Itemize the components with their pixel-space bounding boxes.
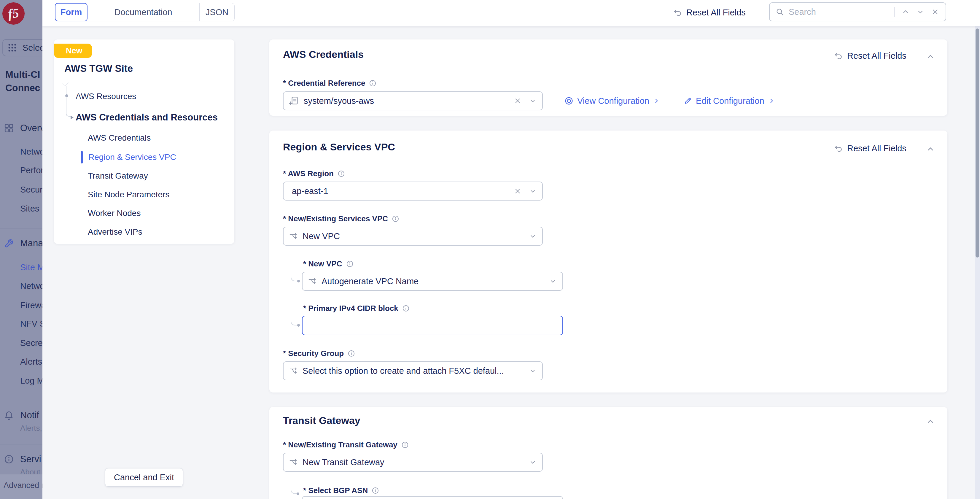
tree-bullet [65, 94, 68, 97]
collapse-section-icon[interactable] [926, 52, 935, 61]
info-icon[interactable] [337, 170, 345, 178]
chevron-down-icon[interactable] [549, 278, 557, 285]
connector-dot [297, 493, 299, 495]
section-reset-button[interactable]: Reset All Fields [834, 51, 907, 61]
info-icon[interactable] [346, 260, 354, 268]
chevron-right-icon [653, 97, 660, 104]
field-label-row: * AWS Region [283, 169, 345, 179]
aws-region-value: ap-east-1 [292, 186, 514, 196]
one-of-icon [289, 367, 298, 375]
sidebar-item-site-management: Site M [20, 262, 42, 273]
info-icon [3, 454, 14, 465]
sidebar-item-alerts: Alerts [20, 357, 42, 367]
sidebar-footer: Advanced n [0, 474, 42, 499]
f5-logo: f5 [2, 2, 25, 25]
tree-item-site-node-parameters[interactable]: Site Node Parameters [88, 190, 169, 200]
bell-icon [3, 410, 14, 421]
overview-icon [3, 123, 14, 134]
section-title: Region & Services VPC [283, 141, 395, 153]
search-next-icon[interactable] [916, 8, 924, 16]
security-group-label: * Security Group [283, 349, 344, 358]
view-configuration-label: View Configuration [577, 96, 649, 106]
undo-icon [673, 8, 682, 17]
one-of-icon [289, 458, 298, 467]
section-reset-button[interactable]: Reset All Fields [834, 143, 907, 153]
tree-item-aws-credentials[interactable]: AWS Credentials [88, 133, 151, 143]
field-label-row: * Credential Reference [283, 78, 377, 88]
service-heading-line1: Multi-Cl [5, 69, 40, 80]
chevron-down-icon[interactable] [529, 97, 536, 104]
info-icon[interactable] [369, 79, 377, 87]
sidebar-item-networking: Netwo [20, 281, 42, 291]
clear-x-icon[interactable] [514, 97, 522, 105]
chevron-down-icon[interactable] [529, 233, 536, 240]
sidebar-item-performance: Perfor [20, 165, 42, 175]
new-vpc-label: * New VPC [303, 259, 342, 268]
info-icon[interactable] [347, 349, 355, 357]
chevron-down-icon[interactable] [529, 459, 536, 466]
tree-item-advertise-vips[interactable]: Advertise VIPs [88, 227, 142, 237]
search-icon [776, 8, 784, 16]
services-vpc-value: New VPC [302, 231, 529, 241]
nested-connector [291, 246, 298, 325]
info-icon[interactable] [401, 441, 409, 449]
search-close-icon[interactable] [931, 8, 939, 16]
modal-topbar: Form Documentation JSON Reset All Fields [42, 0, 980, 26]
new-vpc-select[interactable]: Autogenerate VPC Name [302, 272, 563, 291]
tree-item-aws-resources[interactable]: AWS Resources [76, 91, 136, 102]
clear-x-icon[interactable] [514, 187, 522, 195]
credential-reference-label: * Credential Reference [283, 79, 365, 88]
services-vpc-select[interactable]: New VPC [283, 226, 543, 246]
sidebar-item-secrets: Secre [20, 338, 42, 348]
bgp-asn-select[interactable] [302, 496, 563, 499]
tab-form[interactable]: Form [55, 3, 88, 21]
tree-item-region-services-vpc[interactable]: Region & Services VPC [88, 152, 176, 162]
sidebar-item-notifications: Notif [20, 410, 39, 421]
sidebar-item-firewall: Firewa [20, 300, 42, 310]
sidebar-item-service-info: Servi [20, 454, 41, 465]
sidebar-divider [0, 444, 42, 445]
tab-documentation[interactable]: Documentation [87, 3, 199, 21]
connector-dot [297, 324, 300, 327]
section-reset-label: Reset All Fields [847, 143, 907, 153]
aws-region-select[interactable]: ap-east-1 [283, 182, 543, 201]
undo-icon [834, 144, 843, 153]
tree-item-aws-credentials-resources[interactable]: AWS Credentials and Resources [76, 112, 218, 123]
cancel-and-exit-button[interactable]: Cancel and Exit [105, 468, 183, 486]
chevron-down-icon[interactable] [529, 188, 536, 194]
info-icon[interactable] [402, 305, 410, 312]
tree-arrow-icon [71, 116, 73, 119]
chevron-down-icon[interactable] [529, 367, 536, 375]
transit-gateway-select[interactable]: New Transit Gateway [283, 453, 543, 472]
wizard-title: AWS TGW Site [64, 63, 133, 74]
view-icon [564, 96, 574, 105]
collapse-section-icon[interactable] [926, 417, 935, 426]
section-title: Transit Gateway [283, 415, 360, 426]
one-of-icon [308, 277, 317, 286]
sidebar-item-sites: Sites [20, 204, 39, 214]
connector-dot [297, 280, 300, 282]
security-group-select[interactable]: Select this option to create and attach … [283, 361, 543, 380]
tab-json[interactable]: JSON [199, 3, 234, 21]
section-title: AWS Credentials [283, 49, 364, 60]
info-icon[interactable] [371, 486, 379, 494]
edit-configuration-link[interactable]: Edit Configuration [683, 94, 775, 107]
tree-item-worker-nodes[interactable]: Worker Nodes [88, 208, 141, 218]
collapse-section-icon[interactable] [926, 145, 935, 154]
search-prev-icon[interactable] [902, 8, 909, 16]
select-service-button: Selec [2, 39, 42, 56]
sidebar-divider [0, 101, 42, 101]
tree-item-transit-gateway[interactable]: Transit Gateway [88, 171, 148, 181]
select-service-label: Selec [22, 43, 42, 53]
credential-reference-select[interactable]: system/syous-aws [283, 91, 543, 110]
search-input[interactable] [788, 7, 894, 17]
reset-all-fields-button[interactable]: Reset All Fields [673, 8, 746, 18]
field-label-row: * Primary IPv4 CIDR block [303, 303, 410, 313]
cidr-input[interactable] [302, 316, 563, 335]
one-of-icon [289, 232, 298, 241]
view-configuration-link[interactable]: View Configuration [564, 94, 660, 107]
info-icon[interactable] [391, 215, 399, 223]
advanced-nav-label: Advanced n [3, 481, 42, 490]
scrollbar-thumb[interactable] [975, 29, 979, 258]
bgp-asn-label: * Select BGP ASN [303, 486, 368, 495]
